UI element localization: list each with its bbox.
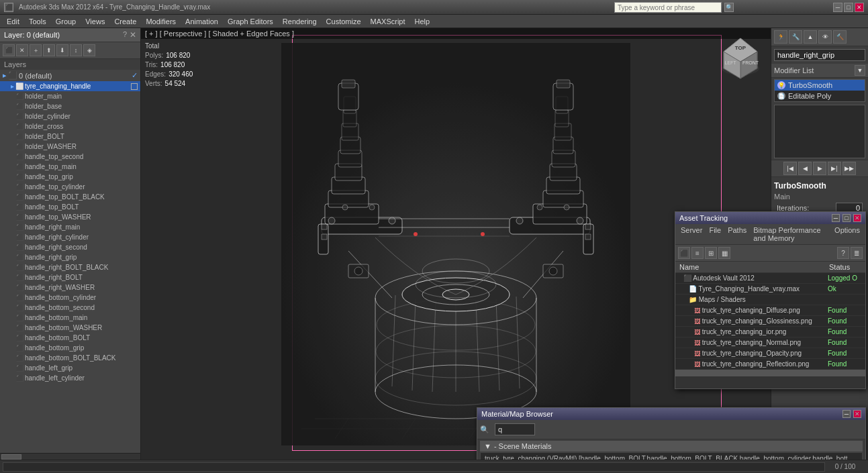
layer-item-handle_right_second[interactable]: ⬛handle_right_second	[0, 242, 140, 252]
menu-create[interactable]: Create	[110, 16, 140, 27]
modifier-dropdown-button[interactable]: ▼	[855, 65, 865, 76]
menu-help[interactable]: Help	[411, 16, 434, 27]
modifier-editable-poly[interactable]: 📄 Editable Poly	[775, 91, 865, 101]
layer-item-handle_top_BOLT_BLACK[interactable]: ⬛handle_top_BOLT_BLACK	[0, 192, 140, 202]
search-button[interactable]: 🔍	[724, 3, 734, 12]
mat-browser-search-input[interactable]	[495, 423, 535, 435]
rt-btn-0[interactable]: 🏃	[774, 30, 787, 44]
layer-item-holder_WASHER[interactable]: ⬛holder_WASHER	[0, 142, 140, 152]
menu-animation[interactable]: Animation	[181, 16, 222, 27]
layer-item-holder_main[interactable]: ⬛holder_main	[0, 91, 140, 101]
at-row-reflection[interactable]: 🖼 truck_tyre_changing_Reflection.png Fou…	[675, 359, 865, 370]
minimize-button[interactable]: ─	[833, 3, 842, 12]
mat-browser-close[interactable]: ✕	[853, 410, 861, 418]
layer-item-handle_top_WASHER[interactable]: ⬛handle_top_WASHER	[0, 212, 140, 222]
layer-item-handle_right_BOLT[interactable]: ⬛handle_right_BOLT	[0, 272, 140, 282]
at-menu-bitmap[interactable]: Bitmap Performance and Memory	[751, 225, 830, 243]
layer-item-handle_bottom_BOLT_BLACK[interactable]: ⬛handle_bottom_BOLT_BLACK	[0, 353, 140, 363]
layer-item-handle_bottom_grip[interactable]: ⬛handle_bottom_grip	[0, 343, 140, 353]
layer-item-handle_top_cylinder[interactable]: ⬛handle_top_cylinder	[0, 182, 140, 192]
menu-modifiers[interactable]: Modifiers	[142, 16, 180, 27]
layer-item-handle_right_WASHER[interactable]: ⬛handle_right_WASHER	[0, 282, 140, 293]
layer-group-default[interactable]: ▸ ⬛ 0 (default) ✓	[0, 70, 140, 81]
layer-item-handle_right_main[interactable]: ⬛handle_right_main	[0, 222, 140, 232]
layer-item-handle_bottom_second[interactable]: ⬛handle_bottom_second	[0, 303, 140, 313]
mat-browser-minimize[interactable]: ─	[842, 410, 851, 418]
at-row-ior[interactable]: 🖼 truck_tyre_changing_ior.png Found	[675, 327, 865, 337]
layers-hscrollbar-thumb[interactable]	[1, 454, 21, 460]
rt-btn-4[interactable]: 🔨	[833, 30, 847, 44]
rt-btn-1[interactable]: 🔧	[789, 30, 802, 44]
layer-item-handle_top_second[interactable]: ⬛handle_top_second	[0, 152, 140, 162]
asset-tracking-close[interactable]: ✕	[853, 214, 861, 222]
layer-item-handle_right_cylinder[interactable]: ⬛handle_right_cylinder	[0, 232, 140, 242]
layer-item-holder_cross[interactable]: ⬛holder_cross	[0, 121, 140, 132]
layer-close-button[interactable]: ✕	[130, 30, 136, 40]
layer-item-holder_BOLT[interactable]: ⬛holder_BOLT	[0, 132, 140, 142]
at-menu-options[interactable]: Options	[832, 225, 863, 243]
modifier-turbosmooth[interactable]: 💡 TurboSmooth	[775, 80, 865, 91]
layer-item-handle_top_BOLT[interactable]: ⬛handle_top_BOLT	[0, 202, 140, 212]
playback-fast-button[interactable]: ▶▶	[842, 162, 856, 175]
viewport-cube[interactable]: TOP FRONT LEFT	[717, 35, 764, 82]
at-menu-server[interactable]: Server	[678, 225, 705, 243]
playback-play-button[interactable]: ▶	[813, 162, 826, 175]
layer-item-handle_bottom_main[interactable]: ⬛handle_bottom_main	[0, 313, 140, 323]
menu-views[interactable]: Views	[81, 16, 109, 27]
at-row-glossiness[interactable]: 🖼 truck_tyre_changing_Glossiness.png Fou…	[675, 316, 865, 327]
at-row-normal[interactable]: 🖼 truck_tyre_changing_Normal.png Found	[675, 337, 865, 348]
playback-start-button[interactable]: |◀	[783, 162, 797, 175]
layer-item-handle_right_grip[interactable]: ⬛handle_right_grip	[0, 252, 140, 262]
asset-tracking-hscrollbar[interactable]	[675, 370, 865, 376]
mat-browser-titlebar[interactable]: Material/Map Browser ─ ✕	[477, 408, 865, 420]
maximize-button[interactable]: □	[844, 3, 853, 12]
playback-end-button[interactable]: ▶|	[828, 162, 841, 175]
at-tool-2[interactable]: ⊞	[705, 247, 717, 259]
layer-tool-0[interactable]: ⬛	[3, 44, 15, 56]
at-tool-0[interactable]: ⬛	[678, 247, 690, 259]
menu-tools[interactable]: Tools	[25, 16, 50, 27]
playback-prev-button[interactable]: ◀	[798, 162, 812, 175]
rt-btn-3[interactable]: 👁	[818, 30, 832, 44]
layers-hscrollbar[interactable]	[0, 453, 140, 460]
asset-tracking-titlebar[interactable]: Asset Tracking ─ □ ✕	[675, 212, 865, 224]
asset-tracking-hscrollbar-thumb[interactable]	[675, 370, 865, 376]
rt-btn-2[interactable]: ▲	[804, 30, 817, 44]
layer-item-handle_top_main[interactable]: ⬛handle_top_main	[0, 162, 140, 172]
at-menu-paths[interactable]: Paths	[725, 225, 749, 243]
layer-item-handle_bottom_cylinder[interactable]: ⬛handle_bottom_cylinder	[0, 293, 140, 303]
mat-scene-materials-header[interactable]: ▼ - Scene Materials	[480, 441, 863, 452]
layer-item-handle_top_grip[interactable]: ⬛handle_top_grip	[0, 172, 140, 182]
menu-rendering[interactable]: Rendering	[279, 16, 321, 27]
app-logo-button[interactable]: ⬛	[4, 3, 13, 12]
at-row-vault[interactable]: ⬛ Autodesk Vault 2012 Logged O	[675, 273, 865, 284]
at-menu-file[interactable]: File	[706, 225, 724, 243]
at-row-maxfile[interactable]: 📄 Tyre_Changing_Handle_vray.max Ok	[675, 284, 865, 295]
layer-item-handle_left_grip[interactable]: ⬛handle_left_grip	[0, 363, 140, 373]
layer-item-holder_base[interactable]: ⬛holder_base	[0, 101, 140, 111]
at-tool-help[interactable]: ?	[837, 247, 849, 259]
close-button[interactable]: ✕	[855, 3, 864, 12]
layer-item-handle_bottom_BOLT[interactable]: ⬛handle_bottom_BOLT	[0, 333, 140, 343]
layer-item-handle_right_BOLT_BLACK[interactable]: ⬛handle_right_BOLT_BLACK	[0, 262, 140, 272]
layer-tool-1[interactable]: ✕	[16, 44, 28, 56]
layer-help-button[interactable]: ?	[123, 30, 127, 40]
layer-item-holder_cylinder[interactable]: ⬛holder_cylinder	[0, 111, 140, 121]
asset-tracking-maximize[interactable]: □	[842, 214, 851, 222]
layer-item-handle_left_cylinder[interactable]: ⬛handle_left_cylinder	[0, 373, 140, 383]
asset-tracking-minimize[interactable]: ─	[832, 214, 840, 222]
layer-tool-5[interactable]: ↕	[70, 44, 82, 56]
layer-tool-4[interactable]: ⬇	[56, 44, 68, 56]
layer-tool-2[interactable]: ＋	[30, 44, 42, 56]
menu-group[interactable]: Group	[52, 16, 81, 27]
layer-tool-3[interactable]: ⬆	[43, 44, 55, 56]
at-tool-1[interactable]: ≡	[691, 247, 704, 259]
timeline-track[interactable]	[3, 462, 825, 472]
at-row-maps-folder[interactable]: 📁 Maps / Shaders	[675, 295, 865, 305]
layer-item-handle_bottom_WASHER[interactable]: ⬛handle_bottom_WASHER	[0, 323, 140, 333]
layers-list[interactable]: ▸ ⬛ 0 (default) ✓ ▸ ⬜ tyre_changing_hand…	[0, 70, 140, 453]
object-name-input[interactable]	[774, 49, 865, 61]
layer-item-tyre-changing-handle[interactable]: ▸ ⬜ tyre_changing_handle	[0, 81, 140, 91]
at-row-opacity[interactable]: 🖼 truck_tyre_changing_Opacity.png Found	[675, 348, 865, 359]
at-tool-3[interactable]: ▦	[718, 247, 730, 259]
